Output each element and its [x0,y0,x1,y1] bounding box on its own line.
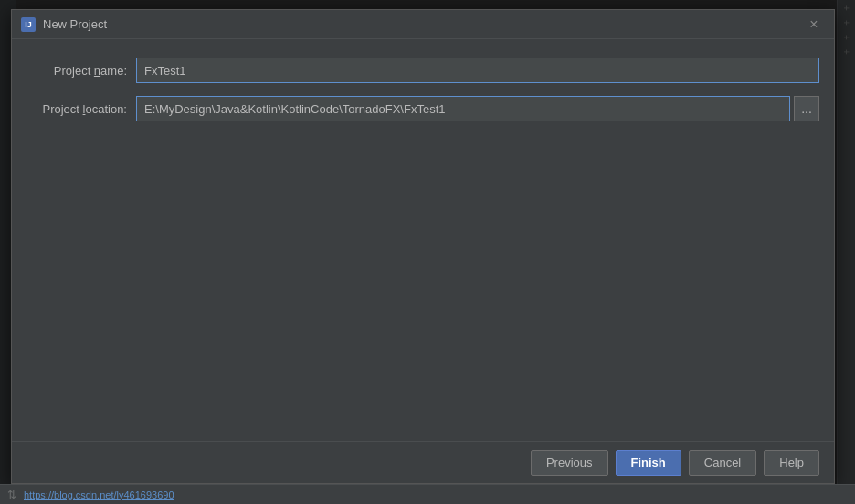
bottom-url[interactable]: https://blog.csdn.net/ly461693690 [24,489,174,500]
project-name-row: Project name: [26,58,819,83]
project-name-label: Project name: [26,64,127,78]
dialog-footer: Previous Finish Cancel Help [12,441,834,483]
help-button[interactable]: Help [764,450,819,476]
project-location-row: Project location: ... [26,96,819,121]
dialog-spacer [26,134,819,426]
new-project-dialog: IJ New Project × Project name: Project l… [11,9,835,484]
dialog-title: New Project [43,17,803,31]
cancel-button[interactable]: Cancel [689,450,756,476]
dialog-icon: IJ [21,17,36,32]
project-location-input[interactable] [136,96,790,121]
project-location-underline: l [83,102,86,116]
dialog-close-button[interactable]: × [803,14,825,36]
dialog-titlebar: IJ New Project × [12,10,834,39]
finish-button[interactable]: Finish [616,450,681,476]
bottom-arrows: ⇅ [7,488,16,501]
previous-button[interactable]: Previous [531,450,608,476]
project-location-wrapper: ... [136,96,819,121]
dialog-content: Project name: Project location: ... [12,39,834,441]
project-name-input[interactable] [136,58,819,83]
page-wrapper: + + + + IJ New Project × Project name: [0,0,855,504]
browse-button[interactable]: ... [794,96,819,121]
dialog-icon-label: IJ [25,20,32,29]
bottom-bar: ⇅ https://blog.csdn.net/ly461693690 [0,484,855,504]
project-name-underline: n [94,64,100,78]
project-location-label: Project location: [26,102,127,116]
